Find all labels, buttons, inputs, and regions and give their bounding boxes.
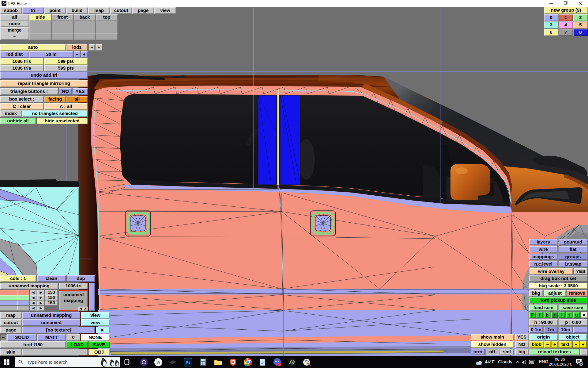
svg-text:2: 2 [580, 362, 582, 366]
svg-text:W: W [156, 360, 160, 365]
svg-text:Ps: Ps [186, 360, 190, 365]
